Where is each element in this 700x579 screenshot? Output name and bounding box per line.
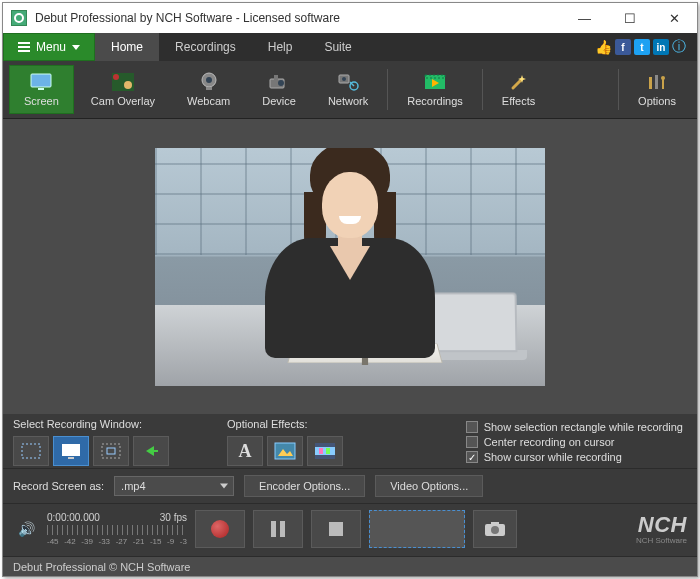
select-window-label: Select Recording Window: (13, 418, 169, 430)
format-select[interactable]: .mp4 (114, 476, 234, 496)
window-mode-back[interactable] (133, 436, 169, 466)
tab-help[interactable]: Help (252, 33, 309, 61)
svg-point-12 (342, 77, 346, 81)
preview-image (155, 148, 545, 386)
svg-rect-31 (319, 448, 323, 454)
help-icon[interactable]: ⓘ (672, 38, 686, 56)
record-button[interactable] (195, 510, 245, 548)
format-value: .mp4 (121, 480, 145, 492)
preview-area (3, 119, 697, 414)
controls-row-2: Record Screen as: .mp4 Encoder Options..… (3, 468, 697, 503)
toolbar-effects-label: Effects (502, 95, 535, 107)
optional-effects-panel: Optional Effects: A (227, 418, 343, 466)
toolbar-separator-2 (482, 69, 483, 110)
svg-rect-21 (22, 444, 40, 458)
toolbar-network[interactable]: Network (313, 65, 383, 114)
svg-rect-7 (206, 87, 212, 90)
svg-rect-29 (315, 443, 335, 447)
linkedin-icon[interactable]: in (653, 39, 669, 55)
svg-rect-17 (649, 77, 652, 89)
window-mode-selection[interactable] (93, 436, 129, 466)
app-icon (11, 10, 27, 26)
encoder-options-button[interactable]: Encoder Options... (244, 475, 365, 497)
recording-checks: Show selection rectangle while recording… (466, 421, 687, 463)
window-mode-fullscreen[interactable] (13, 436, 49, 466)
status-text: Debut Professional © NCH Software (13, 561, 190, 573)
toolbar-effects[interactable]: Effects (487, 65, 550, 114)
toolbar-cam-overlay[interactable]: Cam Overlay (76, 65, 170, 114)
checkbox-icon (466, 436, 478, 448)
svg-rect-20 (662, 79, 664, 89)
facebook-icon[interactable]: f (615, 39, 631, 55)
maximize-button[interactable]: ☐ (607, 3, 652, 33)
caret-down-icon (72, 45, 80, 50)
svg-rect-25 (107, 448, 115, 454)
toolbar-recordings-label: Recordings (407, 95, 463, 107)
like-icon[interactable]: 👍 (595, 39, 612, 55)
minimize-button[interactable]: — (562, 3, 607, 33)
social-bar: 👍 f t in ⓘ (595, 33, 697, 61)
network-icon (336, 72, 360, 92)
video-options-button[interactable]: Video Options... (375, 475, 483, 497)
effect-text[interactable]: A (227, 436, 263, 466)
svg-rect-18 (655, 75, 658, 89)
check-selection-rect-label: Show selection rectangle while recording (484, 421, 683, 433)
snapshot-thumbnail[interactable] (369, 510, 465, 548)
twitter-icon[interactable]: t (634, 39, 650, 55)
meter-ticks (47, 525, 187, 535)
record-icon (211, 520, 229, 538)
menu-button[interactable]: Menu (3, 33, 95, 61)
effects-icon (507, 72, 531, 92)
svg-rect-30 (315, 455, 335, 459)
check-show-cursor-label: Show cursor while recording (484, 451, 622, 463)
volume-icon[interactable]: 🔊 (13, 516, 39, 542)
check-center-cursor-label: Center recording on cursor (484, 436, 615, 448)
transport-bar: 🔊 0:00:00.000 30 fps -45-42-39-33-27-21-… (3, 503, 697, 556)
optional-effects-label: Optional Effects: (227, 418, 343, 430)
svg-point-3 (124, 81, 132, 89)
check-show-cursor[interactable]: Show cursor while recording (466, 451, 683, 463)
toolbar-separator (387, 69, 388, 110)
recordings-icon (423, 72, 447, 92)
webcam-icon (197, 72, 221, 92)
titlebar: Debut Professional by NCH Software - Lic… (3, 3, 697, 33)
toolbar-screen-label: Screen (24, 95, 59, 107)
close-button[interactable]: ✕ (652, 3, 697, 33)
svg-rect-32 (326, 448, 330, 454)
select-window-panel: Select Recording Window: (13, 418, 169, 466)
controls-row-1: Select Recording Window: (3, 414, 697, 468)
svg-point-6 (206, 77, 212, 83)
toolbar-separator-3 (618, 69, 619, 110)
device-icon (267, 72, 291, 92)
tab-suite[interactable]: Suite (308, 33, 367, 61)
nch-logo: NCH (638, 514, 687, 536)
effect-filters[interactable] (307, 436, 343, 466)
toolbar-device[interactable]: Device (247, 65, 311, 114)
pause-button[interactable] (253, 510, 303, 548)
stop-button[interactable] (311, 510, 361, 548)
screen-icon (29, 72, 53, 92)
check-selection-rect[interactable]: Show selection rectangle while recording (466, 421, 683, 433)
toolbar-network-label: Network (328, 95, 368, 107)
check-center-cursor[interactable]: Center recording on cursor (466, 436, 683, 448)
effect-watermark[interactable] (267, 436, 303, 466)
fps-label: 30 fps (160, 512, 187, 523)
stop-icon (329, 522, 343, 536)
toolbar-screen[interactable]: Screen (9, 65, 74, 114)
snapshot-button[interactable] (473, 510, 517, 548)
checkbox-checked-icon (466, 451, 478, 463)
svg-point-34 (491, 526, 499, 534)
app-window: Debut Professional by NCH Software - Lic… (2, 2, 698, 577)
toolbar-recordings[interactable]: Recordings (392, 65, 478, 114)
tab-recordings[interactable]: Recordings (159, 33, 252, 61)
cam-overlay-icon (111, 72, 135, 92)
window-mode-screen[interactable] (53, 436, 89, 466)
audio-meter: 0:00:00.000 30 fps -45-42-39-33-27-21-15… (47, 512, 187, 546)
checkbox-icon (466, 421, 478, 433)
toolbar-options[interactable]: Options (623, 65, 691, 114)
branding: NCH NCH Software (636, 514, 687, 545)
status-bar: Debut Professional © NCH Software (3, 556, 697, 576)
tab-home[interactable]: Home (95, 33, 159, 61)
toolbar-webcam[interactable]: Webcam (172, 65, 245, 114)
toolbar-webcam-label: Webcam (187, 95, 230, 107)
